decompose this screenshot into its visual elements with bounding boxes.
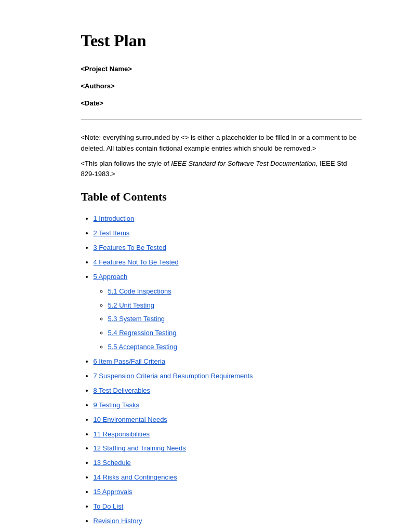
- toc-link-10[interactable]: 11 Responsibilities: [94, 430, 150, 438]
- toc-link-6[interactable]: 7 Suspension Criteria and Resumption Req…: [94, 372, 253, 380]
- toc-item: 2 Test Items: [94, 227, 362, 240]
- toc-item: 12 Staffing and Training Needs: [94, 442, 362, 455]
- project-name-field: <Project Name>: [81, 65, 362, 73]
- toc-item: 10 Environmental Needs: [94, 413, 362, 427]
- toc-sub-link-4-1[interactable]: 5.2 Unit Testing: [108, 301, 154, 309]
- toc-item: 3 Features To Be Tested: [94, 241, 362, 255]
- toc-item: To Do List: [94, 500, 362, 513]
- toc-title: Table of Contents: [81, 190, 362, 204]
- toc-link-14[interactable]: 15 Approvals: [94, 488, 132, 496]
- toc-item: 4 Features Not To Be Tested: [94, 256, 362, 269]
- note-text-1: <Note: everything surrounded by <> is ei…: [81, 132, 362, 154]
- toc-link-2[interactable]: 3 Features To Be Tested: [94, 244, 166, 251]
- toc-item: 14 Risks and Contingencies: [94, 471, 362, 484]
- toc-list: 1 Introduction2 Test Items3 Features To …: [81, 212, 362, 528]
- top-divider: [81, 119, 362, 120]
- toc-link-7[interactable]: 8 Test Deliverables: [94, 387, 151, 394]
- toc-link-16[interactable]: Revision History: [94, 517, 142, 525]
- toc-item: 5 Approach5.1 Code Inspections5.2 Unit T…: [94, 270, 362, 354]
- toc-item: 1 Introduction: [94, 212, 362, 225]
- toc-sub-item: 5.2 Unit Testing: [108, 299, 362, 312]
- toc-sub-item: 5.1 Code Inspections: [108, 285, 362, 298]
- toc-sub-link-4-0[interactable]: 5.1 Code Inspections: [108, 287, 171, 295]
- toc-sub-link-4-2[interactable]: 5.3 System Testing: [108, 315, 165, 323]
- toc-item: 11 Responsibilities: [94, 428, 362, 441]
- document-title: Test Plan: [81, 31, 362, 50]
- toc-link-15[interactable]: To Do List: [94, 502, 124, 510]
- toc-item: Revision History: [94, 514, 362, 528]
- toc-sub-item: 5.5 Acceptance Testing: [108, 340, 362, 354]
- toc-sub-item: 5.4 Regression Testing: [108, 326, 362, 340]
- toc-link-5[interactable]: 6 Item Pass/Fail Criteria: [94, 357, 166, 365]
- toc-link-8[interactable]: 9 Testing Tasks: [94, 401, 139, 409]
- toc-link-3[interactable]: 4 Features Not To Be Tested: [94, 258, 179, 266]
- date-field: <Date>: [81, 99, 362, 107]
- toc-link-1[interactable]: 2 Test Items: [94, 229, 130, 237]
- toc-link-9[interactable]: 10 Environmental Needs: [94, 416, 167, 423]
- toc-sub-item: 5.3 System Testing: [108, 312, 362, 326]
- toc-item: 7 Suspension Criteria and Resumption Req…: [94, 369, 362, 383]
- toc-link-12[interactable]: 13 Schedule: [94, 459, 131, 467]
- toc-item: 8 Test Deliverables: [94, 384, 362, 397]
- toc-sub-link-4-4[interactable]: 5.5 Acceptance Testing: [108, 343, 177, 351]
- toc-item: 13 Schedule: [94, 456, 362, 470]
- toc-link-4[interactable]: 5 Approach: [94, 273, 128, 281]
- toc-link-0[interactable]: 1 Introduction: [94, 215, 135, 222]
- toc-sub-list: 5.1 Code Inspections5.2 Unit Testing5.3 …: [94, 285, 362, 354]
- toc-link-13[interactable]: 14 Risks and Contingencies: [94, 473, 177, 481]
- authors-field: <Authors>: [81, 82, 362, 90]
- toc-link-11[interactable]: 12 Staffing and Training Needs: [94, 444, 186, 452]
- toc-item: 6 Item Pass/Fail Criteria: [94, 355, 362, 368]
- toc-item: 15 Approvals: [94, 485, 362, 499]
- document-page: Test Plan <Project Name> <Authors> <Date…: [29, 0, 382, 532]
- note-text-2: <This plan follows the style of IEEE Sta…: [81, 158, 362, 180]
- toc-sub-link-4-3[interactable]: 5.4 Regression Testing: [108, 329, 177, 337]
- toc-item: 9 Testing Tasks: [94, 398, 362, 412]
